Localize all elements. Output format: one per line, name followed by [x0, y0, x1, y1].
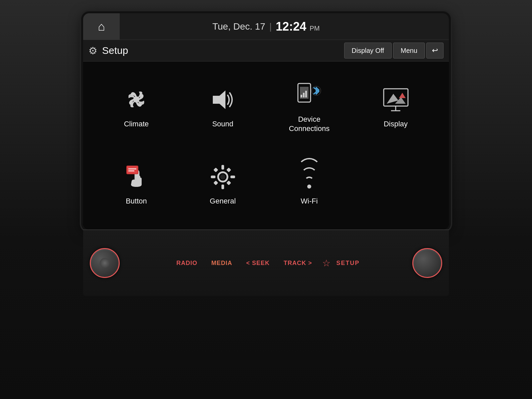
svg-marker-13	[399, 93, 406, 98]
menu-item-sound[interactable]: Sound	[180, 68, 266, 146]
climate-label: Climate	[124, 119, 149, 129]
svg-rect-5	[303, 93, 305, 97]
left-knob-inner	[100, 258, 110, 268]
home-icon: ⌂	[98, 20, 105, 34]
menu-item-device-connections[interactable]: Device Connections	[266, 68, 352, 146]
svg-rect-6	[305, 91, 307, 97]
general-label: General	[210, 197, 236, 206]
button-icon	[121, 162, 151, 192]
svg-rect-26	[226, 181, 231, 185]
svg-rect-24	[226, 168, 231, 172]
menu-item-button[interactable]: Button	[93, 146, 180, 223]
sound-icon	[208, 85, 238, 115]
setup-bar: ⚙ Setup Display Off Menu ↩	[83, 40, 449, 62]
track-button[interactable]: TRACK >	[280, 257, 316, 269]
datetime-display: Tue, Dec. 17 | 12:24 PM	[120, 20, 412, 34]
right-knob[interactable]	[412, 248, 442, 278]
physical-controls: RADIO MEDIA < SEEK TRACK > ☆ SETUP	[83, 229, 449, 296]
display-off-button[interactable]: Display Off	[344, 43, 392, 59]
empty-slot	[352, 146, 439, 223]
top-bar: ⌂ Tue, Dec. 17 | 12:24 PM	[83, 13, 449, 40]
svg-rect-23	[213, 168, 218, 172]
wifi-arc-large	[297, 158, 321, 182]
menu-button[interactable]: Menu	[393, 43, 425, 59]
menu-item-climate[interactable]: Climate	[93, 68, 180, 146]
svg-point-28	[220, 174, 225, 180]
svg-rect-21	[211, 176, 215, 178]
media-button[interactable]: MEDIA	[207, 257, 236, 269]
time-text: 12:24 PM	[276, 20, 320, 34]
device-connections-icon	[294, 80, 324, 110]
favorite-button[interactable]: ☆	[322, 258, 331, 269]
seek-button[interactable]: < SEEK	[242, 257, 274, 269]
svg-rect-20	[221, 185, 224, 189]
wifi-label: Wi-Fi	[301, 197, 318, 206]
radio-button[interactable]: RADIO	[172, 257, 201, 269]
menu-item-display[interactable]: Display	[352, 68, 439, 146]
svg-rect-15	[127, 166, 138, 174]
menu-item-general[interactable]: General	[180, 146, 266, 223]
setup-physical-button[interactable]: SETUP	[336, 260, 360, 267]
date-text: Tue, Dec. 17	[212, 21, 265, 32]
setup-label: Setup	[102, 45, 128, 56]
svg-rect-25	[213, 181, 218, 185]
display-label: Display	[384, 119, 408, 129]
setup-title: ⚙ Setup	[88, 45, 344, 57]
screen: ⌂ Tue, Dec. 17 | 12:24 PM ⚙ Setup	[83, 13, 449, 229]
sound-label: Sound	[212, 119, 233, 129]
header-buttons: Display Off Menu ↩	[344, 43, 444, 59]
wifi-icon	[294, 162, 324, 192]
svg-rect-19	[221, 165, 224, 170]
svg-rect-22	[230, 176, 235, 178]
left-knob[interactable]	[90, 248, 120, 278]
separator: |	[269, 21, 272, 32]
svg-marker-1	[213, 90, 225, 109]
svg-rect-4	[301, 95, 302, 97]
car-surround: ⌂ Tue, Dec. 17 | 12:24 PM ⚙ Setup	[0, 0, 532, 399]
gear-icon: ⚙	[88, 45, 97, 57]
display-icon	[381, 85, 411, 115]
device-connections-label: Device Connections	[289, 115, 330, 134]
physical-buttons-group: RADIO MEDIA < SEEK TRACK > ☆ SETUP	[172, 257, 359, 269]
menu-item-wifi[interactable]: Wi-Fi	[266, 146, 352, 223]
back-button[interactable]: ↩	[426, 43, 444, 59]
ampm-text: PM	[310, 25, 320, 32]
general-icon	[208, 162, 238, 192]
home-button[interactable]: ⌂	[83, 13, 120, 40]
button-label: Button	[126, 197, 147, 206]
climate-icon	[121, 85, 151, 115]
screen-bezel: ⌂ Tue, Dec. 17 | 12:24 PM ⚙ Setup	[83, 13, 449, 229]
main-grid: Climate Sound	[83, 62, 449, 229]
